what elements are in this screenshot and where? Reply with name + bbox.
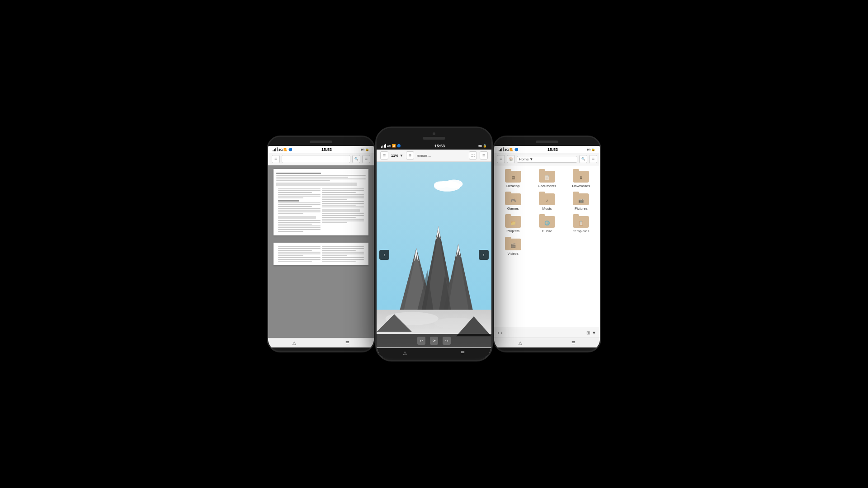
- fm-back-btn[interactable]: ‹: [498, 330, 499, 335]
- back-btn-left[interactable]: △: [292, 340, 296, 345]
- pdf-line: [322, 194, 364, 195]
- time-center: 15:53: [434, 144, 445, 148]
- folder-icon-desktop: 🖥: [505, 169, 521, 183]
- status-right-left: en 🔒: [361, 148, 369, 151]
- image-toolbar: ☰ 11% ▼ ⊞ roman-... ⛶ ☰: [377, 150, 491, 162]
- folder-label-desktop: Desktop: [506, 184, 519, 188]
- back-btn-right[interactable]: △: [519, 340, 522, 345]
- public-icon: 🌐: [544, 221, 550, 225]
- folder-downloads[interactable]: ⬇ Downloads: [566, 169, 596, 188]
- folder-desktop[interactable]: 🖥 Desktop: [498, 169, 528, 188]
- pdf-line: [278, 213, 303, 214]
- fm-forward-btn[interactable]: ›: [501, 330, 502, 335]
- lock-icon-right: 🔒: [591, 148, 595, 151]
- folder-projects[interactable]: 📁 Projects: [498, 214, 528, 233]
- folder-documents[interactable]: 📄 Documents: [532, 169, 562, 188]
- pdf-line: [278, 231, 303, 232]
- network-center: 4G: [387, 145, 391, 148]
- folder-body: 📷: [573, 193, 589, 205]
- pdf-two-col-2: [276, 245, 366, 263]
- bottom-nav-left: △ ☰: [268, 338, 374, 347]
- folder-music[interactable]: ♪ Music: [532, 192, 562, 211]
- viewer-btn-1[interactable]: ↩: [417, 337, 425, 345]
- pdf-search-input[interactable]: [282, 155, 350, 163]
- breadcrumb-dropdown[interactable]: ▼: [529, 157, 533, 161]
- pdf-page-2: [274, 243, 369, 265]
- img-view-btn[interactable]: ⊞: [406, 151, 414, 160]
- music-icon: ♪: [546, 198, 548, 203]
- speaker-left: [310, 141, 332, 143]
- folder-icon-music: ♪: [539, 192, 555, 205]
- pdf-line: [322, 188, 364, 189]
- next-arrow[interactable]: ›: [479, 250, 489, 260]
- pdf-line: [322, 222, 347, 223]
- fm-more-btn[interactable]: ☰: [589, 155, 597, 163]
- folder-body: 🌐: [539, 216, 555, 228]
- fm-sort-btn[interactable]: ▼: [592, 330, 596, 335]
- viewer-btn-2[interactable]: ⟳: [430, 337, 438, 345]
- folder-videos[interactable]: 🎬 Videos: [498, 237, 528, 256]
- pdf-line: [322, 253, 364, 254]
- projects-icon: 📁: [510, 221, 516, 225]
- pdf-col-right-2: [322, 245, 364, 263]
- fm-search-btn[interactable]: 🔍: [579, 155, 587, 163]
- bottom-nav-center: △ ☰: [377, 347, 491, 357]
- pdf-two-col: [276, 188, 366, 233]
- pdf-line: [322, 257, 364, 258]
- pdf-menu-btn[interactable]: ☰: [272, 155, 280, 163]
- pdf-line: [322, 255, 347, 256]
- fm-home-btn[interactable]: 🏠: [507, 155, 515, 163]
- img-menu-btn[interactable]: ☰: [380, 151, 388, 160]
- pdf-scroll[interactable]: [268, 165, 374, 338]
- fm-breadcrumb[interactable]: Home ▼: [517, 156, 577, 163]
- folder-games[interactable]: 🎮 Games: [498, 192, 528, 211]
- pdf-line: [278, 220, 321, 221]
- image-viewer: ‹ › ↩ ⟳ ↪: [377, 162, 491, 347]
- pdf-line: [322, 219, 364, 220]
- folder-public[interactable]: 🌐 Public: [532, 214, 562, 233]
- file-grid-container[interactable]: 🖥 Desktop 📄 Documents: [494, 165, 600, 328]
- phone-top-center: [377, 128, 491, 142]
- zoom-dropdown[interactable]: ▼: [400, 154, 403, 158]
- pdf-page-1: [274, 169, 369, 235]
- pdf-toolbar: ☰ 🔍 ☰: [268, 153, 374, 165]
- file-manager-grid: 🖥 Desktop 📄 Documents: [494, 165, 600, 259]
- status-left-center: 4G 📶 🔵: [381, 144, 401, 148]
- zoom-control: 11% ▼: [391, 154, 403, 158]
- pdf-line: [276, 173, 321, 174]
- folder-body: ⬇: [573, 171, 589, 183]
- folder-label-videos: Videos: [508, 252, 519, 256]
- phones-container: 4G 📶 🔵 15:53 en 🔒 ☰ 🔍 ☰: [267, 127, 601, 361]
- home-btn-left[interactable]: ☰: [345, 340, 349, 345]
- prev-arrow[interactable]: ‹: [379, 250, 389, 260]
- status-right-center: en 🔒: [478, 144, 487, 148]
- status-bar-center: 4G 📶 🔵 15:53 en 🔒: [377, 142, 491, 150]
- pdf-more-btn[interactable]: ☰: [362, 155, 370, 163]
- folder-templates[interactable]: 📋 Templates: [566, 214, 596, 233]
- pdf-search-btn[interactable]: 🔍: [352, 155, 360, 163]
- home-btn-center[interactable]: ☰: [461, 350, 465, 355]
- locale-center: en: [478, 144, 482, 147]
- pdf-line: [278, 211, 321, 212]
- img-more-btn[interactable]: ☰: [480, 151, 488, 160]
- fm-toolbar: ☰ 🏠 Home ▼ 🔍 ☰: [494, 153, 600, 165]
- signal-icon-right: [499, 148, 504, 151]
- folder-pictures[interactable]: 📷 Pictures: [566, 192, 596, 211]
- pdf-line: [276, 177, 348, 178]
- locale-left: en: [361, 148, 364, 151]
- svg-point-3: [434, 181, 447, 188]
- folder-icon-templates: 📋: [573, 214, 589, 228]
- folder-label-documents: Documents: [538, 184, 556, 188]
- fm-view-btns: ⊞ ▼: [586, 330, 596, 335]
- fm-view-toggle[interactable]: ⊞: [586, 330, 590, 335]
- pdf-line: [278, 257, 321, 258]
- home-btn-right[interactable]: ☰: [571, 340, 576, 345]
- back-btn-center[interactable]: △: [403, 350, 407, 355]
- status-bar-left: 4G 📶 🔵 15:53 en 🔒: [268, 146, 374, 153]
- viewer-btn-3[interactable]: ↪: [443, 337, 451, 345]
- folder-label-downloads: Downloads: [572, 184, 590, 188]
- pdf-line: [322, 213, 364, 214]
- fm-bottom-bar: ‹ › ⊞ ▼: [494, 328, 600, 338]
- img-fullscreen-btn[interactable]: ⛶: [469, 151, 477, 160]
- fm-menu-btn[interactable]: ☰: [497, 155, 505, 163]
